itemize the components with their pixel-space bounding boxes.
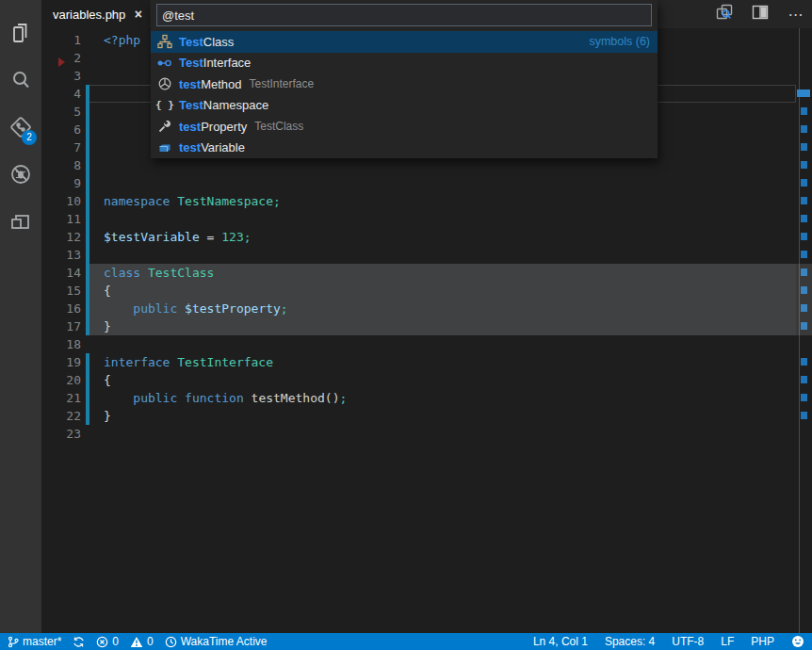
line-number[interactable]: 17 (41, 317, 81, 335)
symbol-label: Namespace (203, 98, 268, 112)
line-number[interactable]: 16 (41, 300, 81, 317)
smiley-icon (791, 635, 804, 648)
line-number[interactable]: 18 (41, 335, 81, 353)
line-number[interactable]: 8 (41, 156, 81, 174)
line-number[interactable]: 21 (41, 389, 81, 407)
cursor-position-item[interactable]: Ln 4, Col 1 (533, 635, 588, 648)
symbol-class-icon (157, 34, 172, 49)
line-number[interactable]: 1 (41, 31, 81, 49)
extensions-icon (8, 209, 33, 234)
code-line[interactable]: 14class TestClass (41, 264, 812, 282)
code-line[interactable]: 15{ (41, 282, 812, 300)
feedback-smiley-button[interactable] (791, 635, 804, 648)
git-branch-icon (8, 636, 19, 648)
line-number[interactable]: 3 (41, 67, 81, 85)
code-line[interactable]: 12$testVariable = 123; (41, 228, 812, 246)
status-bar-right: Ln 4, Col 1 Spaces: 4 UTF-8 LF PHP (533, 635, 804, 648)
error-icon (96, 636, 108, 648)
sidebar-item-search[interactable] (0, 57, 41, 104)
line-number[interactable]: 11 (41, 210, 81, 228)
more-actions-icon: ⋯ (788, 6, 804, 24)
code-line[interactable]: 10namespace TestNamespace; (41, 192, 812, 210)
symbol-label: Interface (203, 56, 252, 70)
language-mode-item[interactable]: PHP (751, 635, 774, 648)
eol-item[interactable]: LF (721, 635, 734, 648)
sync-button[interactable] (73, 636, 85, 648)
match-highlight: Test (179, 56, 203, 70)
overview-ruler[interactable] (796, 28, 812, 633)
quick-open-item-testclass[interactable]: TestClasssymbols (6) (151, 31, 658, 53)
scm-badge: 2 (22, 130, 37, 145)
ruler-modified-mark (801, 215, 807, 222)
git-modified-indicator (86, 246, 89, 264)
symbol-description: TestClass (254, 120, 303, 133)
code-line[interactable]: 13 (41, 246, 812, 264)
line-number[interactable]: 6 (41, 121, 81, 138)
files-icon (8, 21, 33, 45)
code-line[interactable]: 23 (41, 425, 812, 443)
code-text: { (104, 371, 111, 389)
quick-open-input[interactable] (156, 4, 652, 26)
line-number[interactable]: 22 (41, 407, 81, 425)
code-line[interactable]: 18 (41, 335, 812, 353)
indentation-item[interactable]: Spaces: 4 (605, 635, 655, 648)
line-number[interactable]: 19 (41, 353, 81, 371)
tab-variables-php[interactable]: variables.php × (41, 0, 150, 28)
code-line[interactable]: 20{ (41, 371, 812, 389)
line-number[interactable]: 23 (41, 425, 81, 443)
split-editor-button[interactable] (750, 4, 771, 24)
symbol-description: TestInterface (250, 77, 315, 90)
sidebar-item-extensions[interactable] (0, 198, 41, 245)
line-number[interactable]: 2 (41, 49, 81, 67)
line-number[interactable]: 15 (41, 282, 81, 300)
code-line[interactable]: 16 public $testProperty; (41, 300, 812, 317)
activity-bar: 2 (0, 0, 41, 633)
more-actions-button[interactable]: ⋯ (786, 4, 806, 24)
quick-open-item-testproperty[interactable]: testPropertyTestClass (151, 116, 658, 138)
line-number[interactable]: 5 (41, 103, 81, 121)
ruler-modified-mark (801, 358, 807, 366)
line-number[interactable]: 13 (41, 246, 81, 264)
sidebar-item-explorer[interactable] (0, 9, 41, 57)
sidebar-item-source-control[interactable]: 2 (0, 104, 41, 151)
code-line[interactable]: 11 (41, 210, 812, 228)
debug-icon (8, 162, 33, 187)
match-highlight: Test (179, 98, 203, 112)
code-text: } (104, 407, 111, 425)
encoding-item[interactable]: UTF-8 (672, 635, 704, 648)
ruler-cursor-mark (797, 89, 810, 97)
sidebar-item-debug[interactable] (0, 151, 41, 198)
git-modified-indicator (86, 67, 89, 85)
match-highlight: test (179, 77, 201, 91)
code-line[interactable]: 8 (41, 156, 812, 174)
open-preview-button[interactable] (714, 4, 735, 24)
git-branch-item[interactable]: master* (8, 635, 61, 648)
line-number[interactable]: 12 (41, 228, 81, 246)
ruler-modified-mark (801, 376, 807, 383)
line-number[interactable]: 14 (41, 264, 81, 282)
editor-actions: ⋯ (714, 0, 806, 28)
quick-open-item-testnamespace[interactable]: { }TestNamespace (151, 95, 658, 117)
warning-icon (130, 636, 143, 648)
line-number[interactable]: 10 (41, 192, 81, 210)
ruler-modified-mark (801, 197, 807, 204)
code-line[interactable]: 22} (41, 407, 812, 425)
code-text: interface TestInterface (104, 353, 273, 371)
wakatime-item[interactable]: WakaTime Active (165, 635, 268, 648)
code-line[interactable]: 21 public function testMethod(); (41, 389, 812, 407)
line-number[interactable]: 4 (41, 85, 81, 103)
line-number[interactable]: 7 (41, 138, 81, 156)
code-line[interactable]: 9 (41, 174, 812, 192)
quick-open-item-testvariable[interactable]: testVariable (151, 138, 658, 159)
symbol-label: Property (201, 120, 247, 134)
line-number[interactable]: 9 (41, 174, 81, 192)
close-icon[interactable]: × (135, 7, 142, 22)
line-number[interactable]: 20 (41, 371, 81, 389)
problems-item[interactable]: 0 0 (96, 635, 153, 648)
code-line[interactable]: 19interface TestInterface (41, 353, 812, 371)
quick-open-item-testmethod[interactable]: testMethodTestInterface (151, 73, 658, 95)
quick-open-item-testinterface[interactable]: TestInterface (151, 53, 658, 74)
clock-icon (165, 636, 177, 648)
code-line[interactable]: 17} (41, 317, 812, 335)
git-modified-indicator (86, 228, 89, 246)
